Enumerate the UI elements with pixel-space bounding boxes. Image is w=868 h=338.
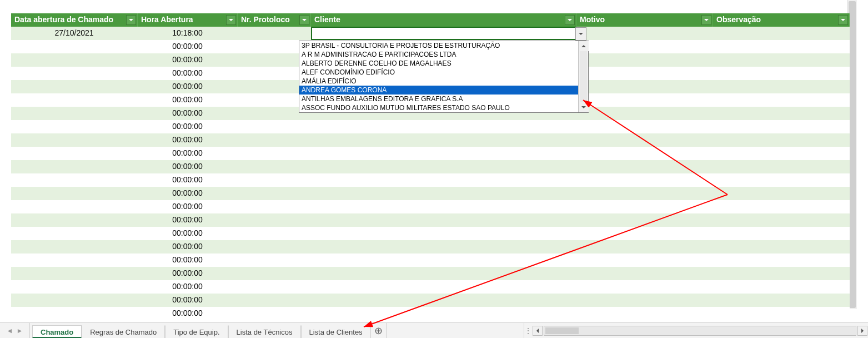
- scrollbar-splitter-icon[interactable]: ⋮: [524, 326, 532, 335]
- table-cell[interactable]: [11, 107, 138, 120]
- sheet-tab[interactable]: Chamado: [32, 325, 82, 338]
- table-cell[interactable]: [311, 280, 576, 294]
- table-cell[interactable]: [11, 280, 138, 294]
- table-cell[interactable]: [713, 93, 850, 107]
- table-cell[interactable]: [576, 280, 713, 294]
- table-cell[interactable]: [311, 213, 576, 227]
- table-cell[interactable]: [713, 254, 850, 267]
- filter-button[interactable]: [838, 15, 848, 25]
- dropdown-scrollbar[interactable]: [578, 41, 588, 112]
- table-row[interactable]: 00:00:00: [11, 280, 850, 294]
- table-cell[interactable]: [576, 227, 713, 240]
- col-header-cliente[interactable]: Cliente: [311, 13, 576, 27]
- table-cell[interactable]: [576, 240, 713, 254]
- scroll-left-icon[interactable]: [533, 326, 543, 336]
- table-cell[interactable]: [11, 254, 138, 267]
- table-cell[interactable]: [576, 27, 713, 40]
- table-cell[interactable]: [713, 227, 850, 240]
- table-cell[interactable]: [713, 107, 850, 120]
- table-cell[interactable]: [576, 173, 713, 187]
- table-cell[interactable]: [311, 267, 576, 280]
- table-row[interactable]: 00:00:00: [11, 200, 850, 213]
- sheet-tab[interactable]: Lista de Clientes: [301, 325, 371, 338]
- table-cell[interactable]: [713, 173, 850, 187]
- table-cell[interactable]: [11, 40, 138, 53]
- table-row[interactable]: 00:00:00: [11, 294, 850, 307]
- table-cell[interactable]: [713, 80, 850, 93]
- scroll-up-icon[interactable]: [579, 41, 589, 51]
- table-cell[interactable]: [311, 240, 576, 254]
- table-cell[interactable]: [238, 173, 311, 187]
- table-cell[interactable]: [311, 307, 576, 320]
- table-row[interactable]: 00:00:00: [11, 133, 850, 147]
- table-cell[interactable]: [576, 53, 713, 67]
- tab-nav-buttons[interactable]: ◄ ►: [0, 323, 30, 338]
- horizontal-scrollbar[interactable]: ⋮: [524, 323, 868, 338]
- table-cell[interactable]: 00:00:00: [138, 267, 238, 280]
- table-cell[interactable]: [11, 160, 138, 173]
- table-cell[interactable]: [713, 53, 850, 67]
- table-cell[interactable]: [713, 120, 850, 133]
- dropdown-item[interactable]: A R M ADMINISTRACAO E PARTICIPACOES LTDA: [299, 50, 578, 59]
- table-cell[interactable]: [576, 120, 713, 133]
- col-header-hora-abertura[interactable]: Hora Abertura: [138, 13, 238, 27]
- table-cell[interactable]: [713, 280, 850, 294]
- table-cell[interactable]: [311, 187, 576, 200]
- table-cell[interactable]: [713, 267, 850, 280]
- table-cell[interactable]: [311, 133, 576, 147]
- scroll-right-icon[interactable]: [857, 326, 867, 336]
- table-cell[interactable]: [11, 93, 138, 107]
- dropdown-item[interactable]: 3P BRASIL - CONSULTORIA E PROJETOS DE ES…: [299, 41, 578, 50]
- filter-button[interactable]: [126, 15, 136, 25]
- table-cell[interactable]: 27/10/2021: [11, 27, 138, 40]
- active-cell-cliente[interactable]: [311, 27, 576, 40]
- table-cell[interactable]: [238, 240, 311, 254]
- table-cell[interactable]: 00:00:00: [138, 67, 238, 80]
- dropdown-item[interactable]: ANDREA GOMES CORONA: [299, 86, 578, 95]
- table-cell[interactable]: [11, 307, 138, 320]
- table-cell[interactable]: [11, 80, 138, 93]
- table-cell[interactable]: [311, 120, 576, 133]
- table-cell[interactable]: [713, 160, 850, 173]
- table-cell[interactable]: [576, 294, 713, 307]
- table-cell[interactable]: [238, 294, 311, 307]
- table-cell[interactable]: [713, 294, 850, 307]
- table-cell[interactable]: [11, 240, 138, 254]
- table-cell[interactable]: 00:00:00: [138, 213, 238, 227]
- table-cell[interactable]: 00:00:00: [138, 227, 238, 240]
- table-cell[interactable]: [11, 267, 138, 280]
- table-cell[interactable]: [11, 187, 138, 200]
- table-cell[interactable]: 00:00:00: [138, 53, 238, 67]
- table-cell[interactable]: [713, 213, 850, 227]
- table-cell[interactable]: [11, 213, 138, 227]
- table-cell[interactable]: [311, 294, 576, 307]
- table-cell[interactable]: [11, 67, 138, 80]
- filter-button[interactable]: [565, 15, 575, 25]
- sheet-tab[interactable]: Lista de Técnicos: [228, 325, 301, 338]
- table-cell[interactable]: 00:00:00: [138, 147, 238, 160]
- table-cell[interactable]: [238, 254, 311, 267]
- table-cell[interactable]: [713, 200, 850, 213]
- horizontal-scrollbar-thumb[interactable]: [545, 327, 579, 334]
- dropdown-scrollbar-track[interactable]: [580, 51, 587, 102]
- tab-nav-next-icon[interactable]: ►: [17, 327, 23, 335]
- dropdown-item[interactable]: ASSOC FUNDO AUXILIO MUTUO MILITARES ESTA…: [299, 103, 578, 112]
- table-cell[interactable]: [576, 160, 713, 173]
- tab-nav-prev-icon[interactable]: ◄: [7, 327, 13, 335]
- table-cell[interactable]: [311, 227, 576, 240]
- table-cell[interactable]: [713, 40, 850, 53]
- table-cell[interactable]: [576, 267, 713, 280]
- col-header-data-abertura[interactable]: Data abertura de Chamado: [11, 13, 138, 27]
- add-sheet-button[interactable]: ⊕: [371, 323, 387, 338]
- table-cell[interactable]: [713, 307, 850, 320]
- table-cell[interactable]: [713, 240, 850, 254]
- dropdown-item[interactable]: AMÁLIA EDIFÍCIO: [299, 77, 578, 86]
- filter-button[interactable]: [701, 15, 711, 25]
- filter-button[interactable]: [299, 15, 309, 25]
- table-cell[interactable]: 00:00:00: [138, 133, 238, 147]
- table-cell[interactable]: [11, 53, 138, 67]
- table-cell[interactable]: [576, 67, 713, 80]
- table-cell[interactable]: [238, 133, 311, 147]
- sheet-tab[interactable]: Tipo de Equip.: [165, 325, 228, 338]
- table-cell[interactable]: 00:00:00: [138, 40, 238, 53]
